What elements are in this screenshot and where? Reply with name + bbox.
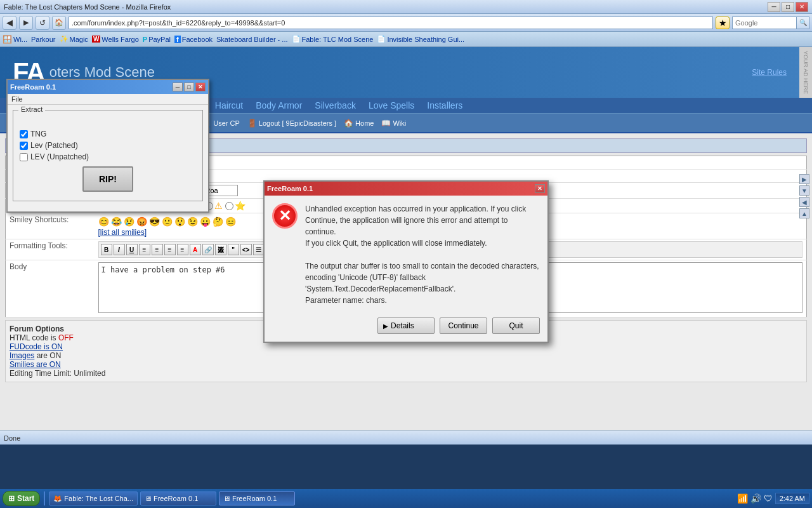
- align-right-button[interactable]: ≡: [164, 244, 176, 255]
- taskbar-divider: [44, 491, 45, 505]
- smiley-1[interactable]: 😊: [98, 217, 109, 227]
- taskbar-freeroam1[interactable]: 🖥 FreeRoam 0.1: [140, 491, 216, 505]
- underline-button[interactable]: U: [126, 244, 138, 255]
- code-button[interactable]: <>: [240, 244, 252, 255]
- justify-button[interactable]: ≡: [177, 244, 188, 255]
- smiley-4[interactable]: 😡: [136, 217, 147, 227]
- error-line1: Unhandled exception has occurred in your…: [305, 204, 526, 213]
- nav-haircut[interactable]: Haircut: [215, 100, 243, 110]
- smiley-11[interactable]: 😑: [225, 217, 236, 227]
- minimize-button[interactable]: ─: [768, 2, 780, 12]
- fudcode-link[interactable]: FUDcode is ON: [10, 342, 63, 351]
- scroll-left-button[interactable]: ◀: [799, 197, 809, 207]
- browser-title: Fable: The Lost Chapters Mod Scene - Moz…: [4, 3, 171, 11]
- taskbar-clock: 2:42 AM: [775, 493, 809, 504]
- quote-button[interactable]: ": [228, 244, 239, 255]
- taskbar-freeroam2[interactable]: 🖥 FreeRoam 0.1: [219, 491, 295, 505]
- file-menu[interactable]: File: [11, 95, 23, 103]
- align-left-button[interactable]: ≡: [139, 244, 150, 255]
- home-button[interactable]: 🏠: [52, 16, 66, 30]
- google-search-input[interactable]: [733, 17, 796, 29]
- taskbar-freeroam2-icon: 🖥: [223, 495, 230, 502]
- image-button[interactable]: 🖼: [215, 244, 226, 255]
- maximize-button[interactable]: □: [782, 2, 794, 12]
- rip-button[interactable]: RIP!: [82, 166, 133, 192]
- tng-checkbox[interactable]: [20, 130, 28, 138]
- html-code-status: OFF: [58, 333, 74, 342]
- freeroam-small-window: FreeRoam 0.1 ─ □ ✕ File Extract TNG Lev …: [6, 79, 209, 213]
- smiley-3[interactable]: 😢: [124, 217, 134, 227]
- browser-controls: ─ □ ✕: [768, 2, 808, 12]
- status-bar: Done: [0, 431, 812, 444]
- toolbar-logout[interactable]: 🚪 Logout [ 9EpicDisasters ]: [247, 119, 336, 128]
- error-line3: If you click Quit, the application will …: [305, 239, 487, 248]
- details-button[interactable]: ▶ Details: [377, 318, 435, 334]
- scroll-right-button[interactable]: ▶: [799, 174, 809, 184]
- toolbar-home[interactable]: 🏠 Home: [344, 119, 374, 128]
- nav-lovespells[interactable]: Love Spells: [369, 100, 414, 110]
- lev-unpatched-checkbox-label[interactable]: LEV (Unpatched): [20, 152, 196, 161]
- lev-patched-checkbox-label[interactable]: Lev (Patched): [20, 141, 196, 150]
- error-buttons: ▶ Details Continue Quit: [265, 314, 547, 342]
- smiley-5[interactable]: 😎: [149, 217, 160, 227]
- error-line2: Continue, the application will ignore th…: [305, 216, 508, 236]
- smiley-8[interactable]: 😉: [187, 217, 198, 227]
- link-button[interactable]: 🔗: [202, 244, 214, 255]
- nav-bodyarmor[interactable]: Body Armor: [256, 100, 302, 110]
- italic-button[interactable]: I: [114, 244, 125, 255]
- lev-unpatched-checkbox[interactable]: [20, 153, 28, 161]
- browser-toolbar: ◀ ▶ ↺ 🏠 ★ 🔍: [0, 14, 812, 32]
- bookmark-invisible[interactable]: 📄 Invisible Sheathing Gui...: [377, 35, 464, 43]
- bookmark-wellsfargo[interactable]: W Wells Fargo: [92, 36, 139, 43]
- forward-button[interactable]: ▶: [19, 16, 33, 30]
- toolbar-wiki[interactable]: 📖 Wiki: [381, 119, 406, 128]
- refresh-button[interactable]: ↺: [36, 16, 49, 30]
- smiley-9[interactable]: 😛: [200, 217, 211, 227]
- continue-button[interactable]: Continue: [440, 318, 487, 334]
- list-all-smilies-link[interactable]: [list all smilies]: [98, 228, 147, 237]
- bookmark-magic[interactable]: ✨ Magic: [60, 35, 88, 43]
- scroll-up-button[interactable]: ▲: [799, 208, 809, 218]
- bold-button[interactable]: B: [101, 244, 112, 255]
- quit-button[interactable]: Quit: [492, 318, 540, 334]
- bookmark-parkour[interactable]: Parkour: [31, 36, 56, 43]
- small-maximize-button[interactable]: □: [184, 83, 194, 91]
- images-link[interactable]: Images: [10, 351, 34, 360]
- small-minimize-button[interactable]: ─: [173, 83, 183, 91]
- back-button[interactable]: ◀: [3, 16, 16, 30]
- nav-installers[interactable]: Installers: [427, 100, 462, 110]
- tng-checkbox-label[interactable]: TNG: [20, 130, 196, 138]
- smiley-label: Smiley Shortcuts:: [6, 213, 95, 239]
- site-rules-link[interactable]: Site Rules: [752, 68, 787, 77]
- bookmark-facebook[interactable]: f Facebook: [174, 36, 213, 43]
- fudcode-option: FUDcode is ON: [10, 342, 802, 351]
- bookmark-star-button[interactable]: ★: [716, 17, 730, 29]
- logout-icon: 🚪: [247, 119, 257, 128]
- smiley-2[interactable]: 😂: [111, 217, 122, 227]
- icon-yellow-radio[interactable]: [225, 202, 233, 210]
- align-center-button[interactable]: ≡: [152, 244, 163, 255]
- bookmark-fable-tlc[interactable]: 📄 Fable: TLC Mod Scene: [292, 35, 374, 43]
- smiley-10[interactable]: 🤔: [213, 217, 223, 227]
- bookmark-skateboard[interactable]: Skateboard Builder - ...: [216, 36, 288, 43]
- small-close-button[interactable]: ✕: [195, 83, 206, 91]
- address-bar[interactable]: [69, 17, 713, 29]
- smiley-7[interactable]: 😲: [174, 217, 185, 227]
- nav-silverback[interactable]: Silverback: [315, 100, 356, 110]
- start-label: Start: [17, 494, 34, 503]
- bookmark-paypal[interactable]: P PayPal: [143, 36, 171, 43]
- bookmark-magic-icon: ✨: [60, 35, 69, 43]
- list-button[interactable]: ☰: [253, 244, 265, 255]
- close-button[interactable]: ✕: [796, 2, 808, 12]
- system-tray: 📶 🔊 🛡 2:42 AM: [737, 493, 809, 504]
- error-close-button[interactable]: ✕: [535, 184, 545, 193]
- lev-patched-checkbox[interactable]: [20, 142, 28, 150]
- smilies-link[interactable]: Smilies are ON: [10, 360, 61, 369]
- bookmark-windows[interactable]: 🪟Wi...: [3, 35, 27, 44]
- start-button[interactable]: ⊞ Start: [3, 491, 40, 506]
- scroll-down-button[interactable]: ▼: [799, 185, 809, 196]
- smiley-6[interactable]: 🙁: [162, 217, 173, 227]
- taskbar-fable[interactable]: 🦊 Fable: The Lost Cha...: [49, 491, 138, 505]
- google-search-button[interactable]: 🔍: [796, 17, 809, 29]
- color-button[interactable]: A: [190, 244, 201, 255]
